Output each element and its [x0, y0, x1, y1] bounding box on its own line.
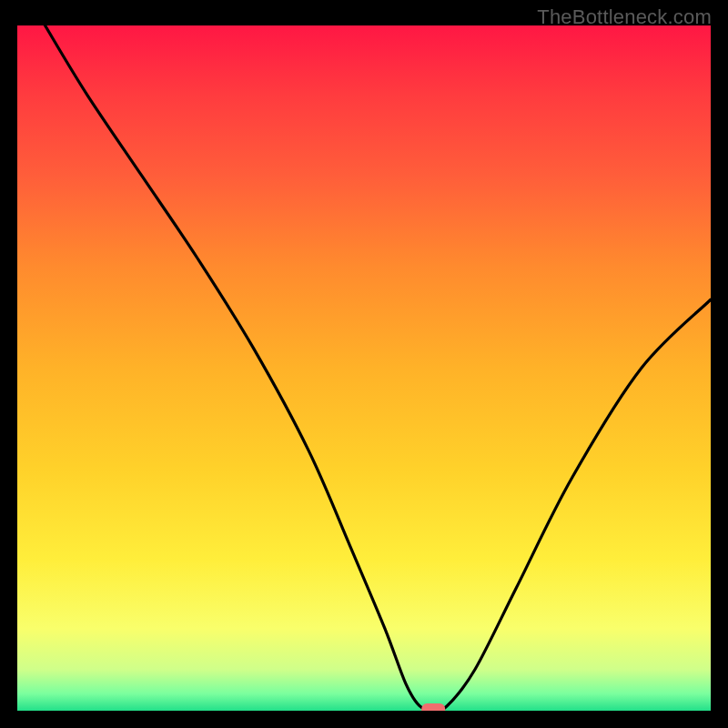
- plot-svg: [17, 25, 711, 711]
- optimal-marker: [421, 703, 445, 711]
- watermark-label: TheBottleneck.com: [537, 5, 712, 29]
- gradient-background: [17, 25, 711, 711]
- plot-area: [17, 25, 711, 711]
- chart-frame: TheBottleneck.com: [0, 0, 728, 728]
